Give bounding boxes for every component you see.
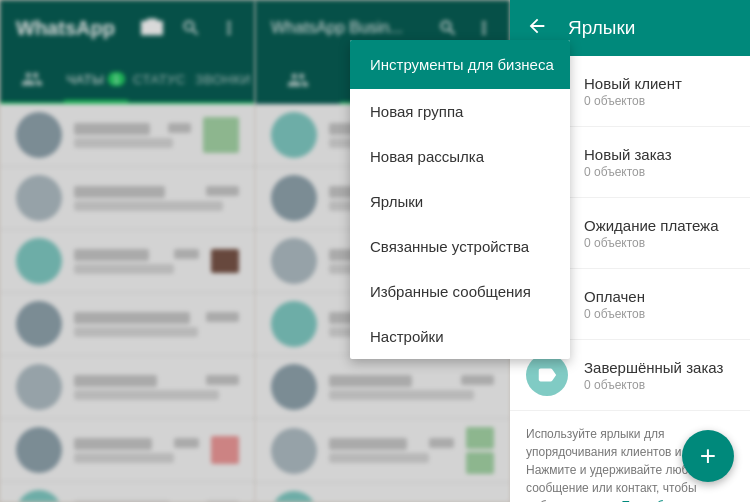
label-count: 0 объектов: [584, 378, 734, 392]
label-icon-completed-order: [526, 354, 568, 396]
dropdown-menu: Инструменты для бизнеса Новая группа Нов…: [350, 40, 570, 359]
label-name: Новый клиент: [584, 75, 734, 92]
fab-add-button[interactable]: +: [682, 430, 734, 482]
label-count: 0 объектов: [584, 165, 734, 179]
label-name: Ожидание платежа: [584, 217, 734, 234]
label-count: 0 объектов: [584, 94, 734, 108]
dropdown-item-starred[interactable]: Избранные сообщения: [350, 269, 570, 314]
back-button[interactable]: [526, 15, 548, 42]
label-count: 0 объектов: [584, 236, 734, 250]
dropdown-item-labels[interactable]: Ярлыки: [350, 179, 570, 224]
label-name: Новый заказ: [584, 146, 734, 163]
dropdown-item-settings[interactable]: Настройки: [350, 314, 570, 359]
dropdown-item-business-tools[interactable]: Инструменты для бизнеса: [350, 40, 570, 89]
label-count: 0 объектов: [584, 307, 734, 321]
dropdown-item-new-group[interactable]: Новая группа: [350, 89, 570, 134]
dropdown-item-linked-devices[interactable]: Связанные устройства: [350, 224, 570, 269]
dropdown-item-new-broadcast[interactable]: Новая рассылка: [350, 134, 570, 179]
label-name: Оплачен: [584, 288, 734, 305]
label-name: Завершённый заказ: [584, 359, 734, 376]
right-panel-title: Ярлыки: [568, 17, 635, 39]
